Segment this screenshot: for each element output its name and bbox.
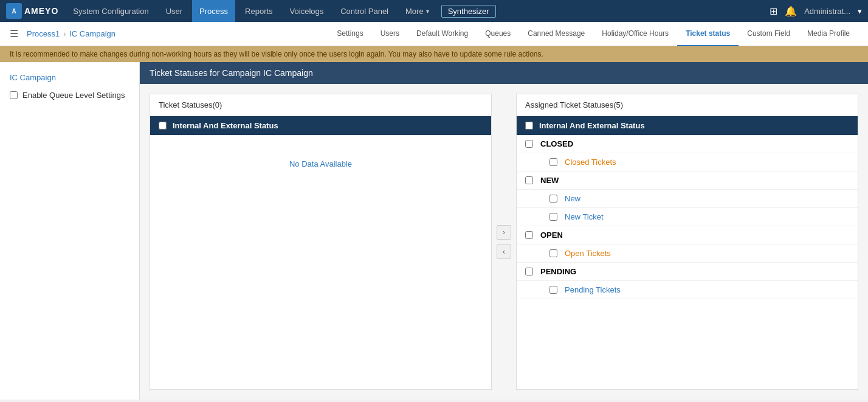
tab-queues[interactable]: Queues	[477, 22, 519, 46]
right-col-label: Internal And External Status	[539, 121, 645, 130]
status-checkbox-0[interactable]	[525, 140, 533, 148]
tab-custom-field[interactable]: Custom Field	[739, 22, 799, 46]
nav-user[interactable]: User	[159, 0, 190, 22]
transfer-area: Ticket Statuses(0) Internal And External…	[140, 84, 868, 400]
arrow-right-button[interactable]: ›	[497, 225, 511, 240]
assigned-statuses-panel: Assigned Ticket Statuses(5) Internal And…	[516, 94, 858, 390]
logo: A AMEYO	[6, 3, 58, 19]
nav-control-panel[interactable]: Control Panel	[333, 0, 396, 22]
status-label-1: Closed Tickets	[565, 158, 616, 167]
nav-right-area: ⊞ 🔔 Administrat... ▾	[770, 5, 862, 17]
status-checkbox-2[interactable]	[525, 176, 533, 184]
status-checkbox-6[interactable]	[549, 249, 557, 257]
status-row-0: CLOSED	[517, 135, 858, 153]
tab-holiday-office-hours[interactable]: Holiday/Office Hours	[593, 22, 677, 46]
bell-icon[interactable]: 🔔	[785, 5, 797, 17]
chevron-right-icon: ›	[503, 228, 505, 237]
nav-voicelogs[interactable]: Voicelogs	[283, 0, 331, 22]
sidebar: IC Campaign Enable Queue Level Settings	[0, 62, 140, 400]
warning-banner: It is recommended to make changes during…	[0, 46, 868, 62]
content-area: Ticket Statuses for Campaign IC Campaign…	[140, 62, 868, 400]
logo-text: AMEYO	[24, 6, 58, 16]
right-table-header: Internal And External Status	[517, 116, 858, 135]
breadcrumb-tabs: Settings Users Default Working Queues Ca…	[328, 22, 858, 46]
status-row-2: NEW	[517, 172, 858, 190]
left-col-label: Internal And External Status	[173, 121, 278, 130]
tab-ticket-status[interactable]: Ticket status	[677, 22, 739, 46]
nav-more[interactable]: More ▾	[398, 0, 436, 22]
status-checkbox-5[interactable]	[525, 231, 533, 239]
nav-reports[interactable]: Reports	[238, 0, 280, 22]
status-label-2: NEW	[540, 176, 559, 185]
right-select-all-checkbox[interactable]	[525, 122, 533, 130]
status-checkbox-1[interactable]	[549, 158, 557, 166]
tab-settings[interactable]: Settings	[328, 22, 371, 46]
logo-icon: A	[6, 3, 22, 19]
tab-users[interactable]: Users	[372, 22, 408, 46]
menu-icon[interactable]: ☰	[10, 28, 18, 40]
arrow-left-button[interactable]: ‹	[497, 244, 511, 259]
left-select-all-checkbox[interactable]	[159, 122, 167, 130]
status-label-7: PENDING	[540, 267, 576, 276]
status-row-5: OPEN	[517, 226, 858, 244]
synthesizer-button[interactable]: Synthesizer	[441, 5, 496, 18]
admin-chevron-icon: ▾	[858, 7, 862, 16]
status-row-1: Closed Tickets	[517, 153, 858, 172]
transfer-arrows: › ‹	[492, 94, 516, 390]
status-label-6: Open Tickets	[565, 249, 611, 258]
admin-label[interactable]: Administrat...	[804, 7, 850, 16]
content-header: Ticket Statuses for Campaign IC Campaign	[140, 62, 868, 84]
status-rows-container: CLOSED Closed Tickets NEW New New Ticket…	[517, 135, 858, 299]
ticket-statuses-panel: Ticket Statuses(0) Internal And External…	[150, 94, 492, 390]
status-checkbox-7[interactable]	[525, 268, 533, 276]
nav-process[interactable]: Process	[192, 0, 235, 22]
chevron-left-icon: ‹	[503, 248, 505, 256]
breadcrumb-separator: ›	[63, 30, 66, 38]
no-data-message: No Data Available	[150, 135, 491, 193]
status-label-5: OPEN	[540, 230, 563, 240]
main-content: IC Campaign Enable Queue Level Settings …	[0, 62, 868, 400]
left-panel-header: Ticket Statuses(0)	[150, 94, 491, 116]
status-label-3: New	[565, 194, 580, 203]
status-checkbox-8[interactable]	[549, 286, 557, 294]
chevron-down-icon: ▾	[426, 8, 429, 15]
top-navigation: A AMEYO System Configuration User Proces…	[0, 0, 868, 22]
sidebar-enable-queue[interactable]: Enable Queue Level Settings	[0, 87, 139, 103]
breadcrumb-current[interactable]: IC Campaign	[69, 29, 115, 38]
status-row-6: Open Tickets	[517, 244, 858, 263]
status-row-4: New Ticket	[517, 208, 858, 226]
tab-media-profile[interactable]: Media Profile	[799, 22, 858, 46]
nav-system-configuration[interactable]: System Configuration	[66, 0, 156, 22]
breadcrumb-left: ☰ Process1 › IC Campaign	[10, 28, 115, 40]
right-panel-header: Assigned Ticket Statuses(5)	[517, 94, 858, 116]
enable-queue-label: Enable Queue Level Settings	[22, 91, 125, 100]
tab-canned-message[interactable]: Canned Message	[519, 22, 593, 46]
sidebar-item-campaign[interactable]: IC Campaign	[0, 68, 139, 87]
status-checkbox-4[interactable]	[549, 213, 557, 221]
left-table-header: Internal And External Status	[150, 116, 491, 135]
status-label-4: New Ticket	[565, 212, 604, 221]
status-label-0: CLOSED	[540, 139, 573, 148]
status-row-7: PENDING	[517, 263, 858, 281]
enable-queue-checkbox[interactable]	[10, 91, 18, 99]
status-row-3: New	[517, 190, 858, 208]
status-row-8: Pending Tickets	[517, 281, 858, 299]
tab-default-working[interactable]: Default Working	[408, 22, 477, 46]
breadcrumb-parent[interactable]: Process1	[27, 29, 60, 38]
status-checkbox-3[interactable]	[549, 195, 557, 203]
breadcrumb-bar: ☰ Process1 › IC Campaign Settings Users …	[0, 22, 868, 46]
grid-icon[interactable]: ⊞	[770, 5, 777, 17]
status-label-8: Pending Tickets	[565, 285, 621, 294]
